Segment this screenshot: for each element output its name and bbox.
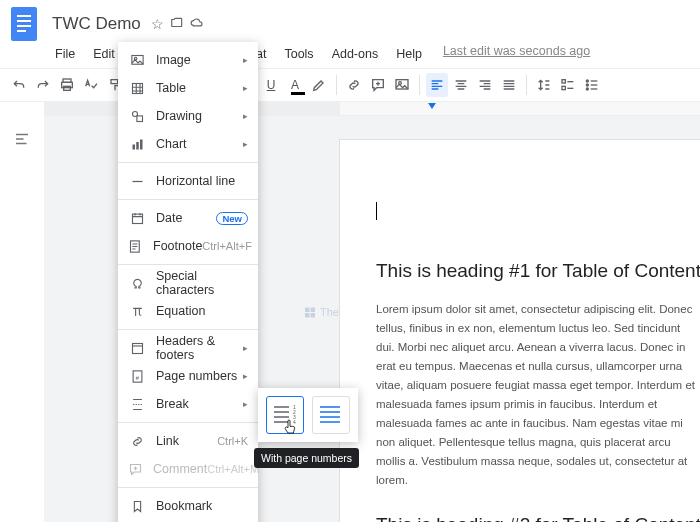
svg-rect-16 xyxy=(311,308,316,313)
align-center-button[interactable] xyxy=(450,73,472,97)
menu-help[interactable]: Help xyxy=(389,44,429,64)
align-left-button[interactable] xyxy=(426,73,448,97)
insert-page-numbers[interactable]: #Page numbers▸ xyxy=(118,362,258,390)
move-icon[interactable] xyxy=(170,16,184,33)
svg-rect-7 xyxy=(64,86,71,90)
heading-2[interactable]: This is heading #2 for Table of Contents xyxy=(376,514,700,522)
insert-table[interactable]: Table▸ xyxy=(118,74,258,102)
toc-with-blue-links[interactable] xyxy=(312,396,350,434)
svg-rect-23 xyxy=(136,115,142,121)
svg-rect-3 xyxy=(17,25,31,27)
new-badge: New xyxy=(216,212,248,225)
menu-item-label: Headers & footers xyxy=(156,334,243,362)
cloud-status-icon[interactable] xyxy=(190,16,204,33)
menu-item-label: Footnote xyxy=(153,239,202,253)
insert-link[interactable]: LinkCtrl+K xyxy=(118,427,258,455)
shortcut-label: Ctrl+K xyxy=(217,435,248,447)
svg-rect-27 xyxy=(132,214,142,223)
omega-icon xyxy=(128,276,146,291)
svg-rect-24 xyxy=(132,144,135,149)
svg-point-13 xyxy=(586,84,588,86)
insert-image[interactable]: Image▸ xyxy=(118,46,258,74)
menu-addons[interactable]: Add-ons xyxy=(325,44,386,64)
menu-item-label: Image xyxy=(156,53,243,67)
menu-item-label: Chart xyxy=(156,137,243,151)
pointer-cursor xyxy=(282,418,298,439)
menu-file[interactable]: File xyxy=(48,44,82,64)
bulleted-list-button[interactable] xyxy=(581,73,603,97)
toolbar: − 11 + B I U A xyxy=(0,68,700,102)
spellcheck-button[interactable] xyxy=(80,73,102,97)
redo-button[interactable] xyxy=(32,73,54,97)
submenu-arrow-icon: ▸ xyxy=(243,139,248,149)
comment-icon xyxy=(128,462,143,477)
insert-horizontal-line[interactable]: Horizontal line xyxy=(118,167,258,195)
menu-tools[interactable]: Tools xyxy=(277,44,320,64)
menu-item-label: Equation xyxy=(156,304,248,318)
date-icon xyxy=(128,211,146,226)
insert-break[interactable]: Break▸ xyxy=(118,390,258,418)
menu-item-label: Comment xyxy=(153,462,207,476)
svg-rect-25 xyxy=(136,142,139,150)
submenu-arrow-icon: ▸ xyxy=(243,111,248,121)
checklist-button[interactable] xyxy=(557,73,579,97)
menu-item-label: Horizontal line xyxy=(156,174,248,188)
insert-image-button[interactable] xyxy=(391,73,413,97)
insert-special-characters[interactable]: Special characters xyxy=(118,269,258,297)
svg-rect-18 xyxy=(311,313,316,318)
svg-rect-17 xyxy=(305,313,310,318)
menu-item-label: Date xyxy=(156,211,216,225)
break-icon xyxy=(128,397,146,412)
insert-link-button[interactable] xyxy=(343,73,365,97)
last-edit-link[interactable]: Last edit was seconds ago xyxy=(443,44,590,64)
insert-footnote[interactable]: FootnoteCtrl+Alt+F xyxy=(118,232,258,260)
paragraph-1[interactable]: Lorem ipsum dolor sit amet, consectetur … xyxy=(376,300,696,490)
submenu-arrow-icon: ▸ xyxy=(243,371,248,381)
insert-date[interactable]: DateNew xyxy=(118,204,258,232)
menu-item-label: Bookmark xyxy=(156,499,248,513)
line-spacing-button[interactable] xyxy=(533,73,555,97)
shortcut-label: Ctrl+Alt+M xyxy=(207,463,259,475)
shortcut-label: Ctrl+Alt+F xyxy=(202,240,252,252)
outline-sidebar[interactable] xyxy=(0,116,44,522)
page[interactable]: This is heading #1 for Table of Contents… xyxy=(340,140,700,522)
align-right-button[interactable] xyxy=(474,73,496,97)
submenu-arrow-icon: ▸ xyxy=(243,83,248,93)
align-justify-button[interactable] xyxy=(498,73,520,97)
svg-rect-4 xyxy=(17,30,26,32)
chart-icon xyxy=(128,137,146,152)
highlight-button[interactable] xyxy=(308,73,330,97)
outline-icon[interactable] xyxy=(13,130,31,148)
footnote-icon xyxy=(128,239,143,254)
star-icon[interactable]: ☆ xyxy=(151,16,164,33)
insert-menu-dropdown: Image▸Table▸Drawing▸Chart▸Horizontal lin… xyxy=(118,42,258,522)
svg-rect-11 xyxy=(562,86,565,89)
menu-bar: File Edit View Insert Format Tools Add-o… xyxy=(0,44,700,64)
insert-chart[interactable]: Chart▸ xyxy=(118,130,258,158)
insert-comment[interactable]: CommentCtrl+Alt+M xyxy=(118,455,258,483)
header-icon xyxy=(128,341,146,356)
hr-icon xyxy=(128,174,146,189)
menu-item-label: Break xyxy=(156,397,243,411)
link-icon xyxy=(128,434,146,449)
document-title[interactable]: TWC Demo xyxy=(48,12,145,36)
add-comment-button[interactable] xyxy=(367,73,389,97)
svg-rect-21 xyxy=(132,83,142,93)
insert-equation[interactable]: Equation xyxy=(118,297,258,325)
submenu-arrow-icon: ▸ xyxy=(243,343,248,353)
menu-edit[interactable]: Edit xyxy=(86,44,122,64)
underline-button[interactable]: U xyxy=(260,73,282,97)
insert-drawing[interactable]: Drawing▸ xyxy=(118,102,258,130)
insert-headers-footers[interactable]: Headers & footers▸ xyxy=(118,334,258,362)
menu-item-label: Special characters xyxy=(156,269,248,297)
print-button[interactable] xyxy=(56,73,78,97)
heading-1[interactable]: This is heading #1 for Table of Contents xyxy=(376,260,700,282)
menu-item-label: Link xyxy=(156,434,217,448)
text-color-button[interactable]: A xyxy=(284,73,306,97)
undo-button[interactable] xyxy=(8,73,30,97)
toc-tooltip: With page numbers xyxy=(254,448,359,468)
docs-app-icon[interactable] xyxy=(10,6,38,42)
insert-bookmark[interactable]: Bookmark xyxy=(118,492,258,520)
svg-point-14 xyxy=(586,88,588,90)
svg-rect-0 xyxy=(11,7,37,41)
